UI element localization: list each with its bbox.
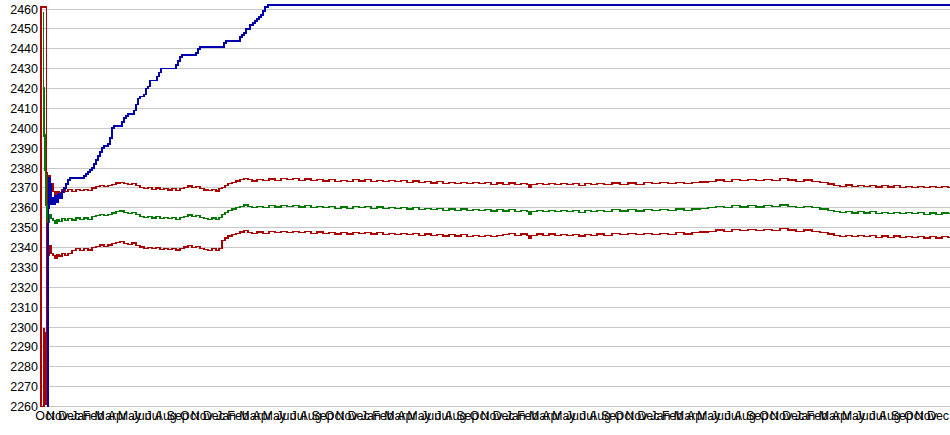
series-lines: [41, 5, 950, 406]
y-tick-label: 2420: [10, 82, 38, 96]
y-tick-label: 2290: [10, 340, 38, 354]
y-tick-label: 2360: [10, 201, 38, 215]
y-tick-label: 2390: [10, 142, 38, 156]
series-equity-curve: [48, 5, 950, 406]
y-tick-label: 2460: [10, 3, 38, 17]
y-tick-label: 2340: [10, 241, 38, 255]
y-tick-label: 2270: [10, 380, 38, 394]
chart-svg: 2460245024402430242024102400239023802370…: [0, 0, 950, 435]
y-tick-label: 2310: [10, 301, 38, 315]
y-tick-label: 2280: [10, 360, 38, 374]
y-tick-label: 2260: [10, 400, 38, 414]
y-axis-labels: 2460245024402430242024102400239023802370…: [10, 3, 38, 415]
series-middle-band: [43, 13, 950, 223]
y-tick-label: 2450: [10, 22, 38, 36]
y-tick-label: 2330: [10, 261, 38, 275]
y-tick-label: 2300: [10, 321, 38, 335]
y-tick-label: 2370: [10, 181, 38, 195]
x-tick-label: Dec: [927, 409, 949, 423]
y-tick-label: 2430: [10, 62, 38, 76]
series-upper-band: [41, 7, 950, 405]
y-tick-label: 2350: [10, 221, 38, 235]
x-axis-labels: OctNovDecJanFebMarAprMayJunJulAugSepOctN…: [35, 409, 949, 423]
y-tick-label: 2320: [10, 281, 38, 295]
y-tick-label: 2410: [10, 102, 38, 116]
y-tick-label: 2380: [10, 162, 38, 176]
chart-canvas: 2460245024402430242024102400239023802370…: [0, 0, 950, 435]
y-tick-label: 2440: [10, 42, 38, 56]
y-tick-label: 2400: [10, 122, 38, 136]
